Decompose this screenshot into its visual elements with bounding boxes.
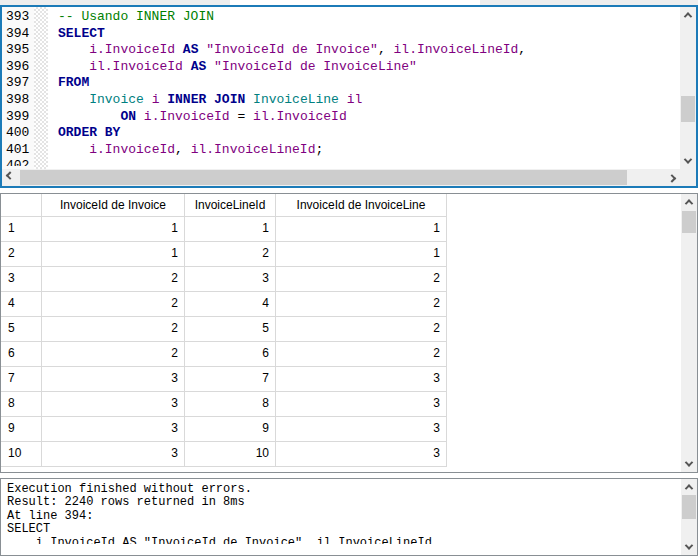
table-row[interactable]: 8383 [1, 392, 681, 417]
code-line[interactable]: ORDER BY [58, 125, 680, 142]
table-cell[interactable]: 7 [185, 367, 276, 392]
table-row[interactable]: 7373 [1, 367, 681, 392]
results-vertical-scrollbar[interactable] [681, 194, 697, 472]
table-row[interactable]: 4242 [1, 292, 681, 317]
code-line[interactable]: i.InvoiceId, il.InvoiceLineId; [58, 142, 680, 159]
sql-code-editor[interactable]: -- Usando INNER JOINSELECT i.InvoiceId A… [48, 7, 680, 169]
editor-vscroll-thumb[interactable] [681, 96, 695, 122]
editor-hscroll-thumb[interactable] [20, 170, 627, 185]
results-vscroll-track[interactable] [681, 210, 697, 456]
column-header[interactable]: InvoiceLineId [185, 194, 276, 217]
code-line[interactable]: ON i.InvoiceId = il.InvoiceId [58, 109, 680, 126]
code-token-plain: , [378, 42, 394, 57]
table-cell[interactable]: 3 [276, 442, 447, 467]
table-cell[interactable]: 1 [185, 217, 276, 242]
scroll-right-button[interactable] [664, 169, 680, 185]
scroll-down-button[interactable] [680, 153, 696, 169]
table-row[interactable]: 103103 [1, 442, 681, 467]
table-row[interactable]: 1111 [1, 217, 681, 242]
code-line[interactable]: Invoice i INNER JOIN InvoiceLine il [58, 92, 680, 109]
editor-horizontal-scrollbar[interactable] [2, 169, 680, 186]
code-line[interactable]: i.InvoiceId AS "InvoiceId de Invoice", i… [58, 42, 680, 59]
row-number-cell[interactable]: 6 [1, 342, 42, 367]
execution-message-pane: Execution finished without errors.Result… [0, 478, 698, 556]
message-line-partial: i.InvoiceId AS "InvoiceId de Invoice", i… [7, 537, 681, 544]
message-line: At line 394: [7, 510, 681, 523]
code-line[interactable]: il.InvoiceId AS "InvoiceId de InvoiceLin… [58, 59, 680, 76]
editor-hscroll-track[interactable] [18, 169, 664, 186]
scroll-down-button[interactable] [681, 456, 697, 472]
code-line[interactable]: SELECT [58, 26, 680, 43]
table-cell[interactable]: 1 [276, 217, 447, 242]
row-number-cell[interactable]: 7 [1, 367, 42, 392]
table-cell[interactable]: 8 [185, 392, 276, 417]
table-cell[interactable]: 4 [185, 292, 276, 317]
table-cell[interactable]: 2 [185, 242, 276, 267]
row-number-cell[interactable]: 2 [1, 242, 42, 267]
table-row[interactable]: 6262 [1, 342, 681, 367]
row-filler [447, 367, 681, 392]
table-row[interactable]: 9393 [1, 417, 681, 442]
table-cell[interactable]: 2 [42, 267, 185, 292]
scroll-up-button[interactable] [681, 479, 697, 495]
table-cell[interactable]: 3 [42, 392, 185, 417]
row-filler [447, 217, 681, 242]
row-filler [447, 317, 681, 342]
table-cell[interactable]: 1 [42, 217, 185, 242]
code-token-plain: , [518, 42, 526, 57]
row-number-cell[interactable]: 3 [1, 267, 42, 292]
table-cell[interactable]: 2 [276, 292, 447, 317]
code-token-id: "InvoiceId de Invoice" [206, 42, 378, 57]
results-vscroll-thumb[interactable] [682, 211, 696, 233]
code-token-comment: -- Usando INNER JOIN [58, 9, 214, 24]
scroll-up-button[interactable] [680, 7, 696, 23]
table-cell[interactable]: 3 [42, 417, 185, 442]
row-number-cell[interactable]: 4 [1, 292, 42, 317]
column-header[interactable]: InvoiceId de Invoice [42, 194, 185, 217]
table-cell[interactable]: 3 [185, 267, 276, 292]
table-cell[interactable]: 3 [276, 417, 447, 442]
table-cell[interactable]: 1 [42, 242, 185, 267]
row-number-cell[interactable]: 9 [1, 417, 42, 442]
editor-vertical-scrollbar[interactable] [680, 7, 696, 169]
code-token-kw: AS [183, 42, 199, 57]
table-cell[interactable]: 6 [185, 342, 276, 367]
scroll-left-button[interactable] [2, 169, 18, 185]
table-cell[interactable]: 3 [42, 442, 185, 467]
row-number-cell[interactable]: 5 [1, 317, 42, 342]
table-cell[interactable]: 1 [276, 242, 447, 267]
column-header[interactable]: InvoiceId de InvoiceLine [276, 194, 447, 217]
grid-corner-cell[interactable] [1, 194, 42, 217]
table-cell[interactable]: 2 [42, 342, 185, 367]
row-number-cell[interactable]: 1 [1, 217, 42, 242]
code-token-id: "InvoiceId de InvoiceLine" [214, 59, 417, 74]
table-cell[interactable]: 3 [42, 367, 185, 392]
row-number-cell[interactable]: 10 [1, 442, 42, 467]
table-row[interactable]: 3232 [1, 267, 681, 292]
row-number-cell[interactable]: 8 [1, 392, 42, 417]
editor-vscroll-track[interactable] [680, 23, 696, 153]
table-row[interactable]: 2121 [1, 242, 681, 267]
scroll-down-button[interactable] [681, 539, 697, 555]
table-cell[interactable]: 3 [276, 392, 447, 417]
code-token-kw: ORDER BY [58, 125, 120, 140]
table-cell[interactable]: 2 [42, 317, 185, 342]
table-cell[interactable]: 5 [185, 317, 276, 342]
code-token-kw: FROM [58, 75, 89, 90]
table-row[interactable]: 5252 [1, 317, 681, 342]
table-cell[interactable]: 2 [276, 267, 447, 292]
message-vertical-scrollbar[interactable] [681, 479, 697, 555]
scroll-up-button[interactable] [681, 194, 697, 210]
table-cell[interactable]: 9 [185, 417, 276, 442]
code-line[interactable]: FROM [58, 75, 680, 92]
table-cell[interactable]: 2 [42, 292, 185, 317]
code-line[interactable]: -- Usando INNER JOIN [58, 9, 680, 26]
table-cell[interactable]: 2 [276, 342, 447, 367]
table-cell[interactable]: 3 [276, 367, 447, 392]
code-token-id: il.InvoiceLineId [191, 142, 316, 157]
message-vscroll-track[interactable] [681, 495, 697, 539]
table-cell[interactable]: 10 [185, 442, 276, 467]
code-token-kw: ON [120, 109, 136, 124]
table-cell[interactable]: 2 [276, 317, 447, 342]
message-vscroll-thumb[interactable] [682, 495, 696, 519]
